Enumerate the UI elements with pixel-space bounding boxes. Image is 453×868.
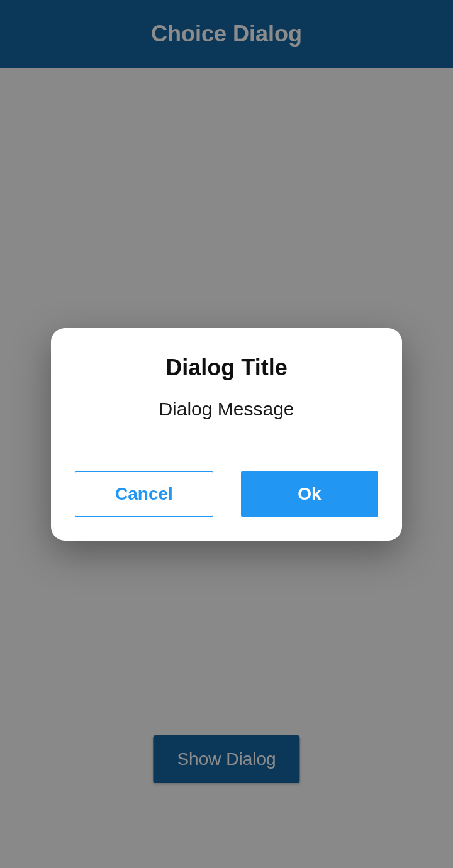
ok-button[interactable]: Ok: [241, 471, 378, 517]
cancel-button[interactable]: Cancel: [75, 471, 213, 517]
dialog-message: Dialog Message: [159, 398, 294, 420]
modal-scrim[interactable]: Dialog Title Dialog Message Cancel Ok: [0, 0, 453, 868]
choice-dialog: Dialog Title Dialog Message Cancel Ok: [51, 328, 402, 541]
app-screen: Choice Dialog Show Dialog Dialog Title D…: [0, 0, 453, 868]
dialog-title: Dialog Title: [165, 354, 287, 381]
dialog-actions: Cancel Ok: [75, 471, 378, 517]
